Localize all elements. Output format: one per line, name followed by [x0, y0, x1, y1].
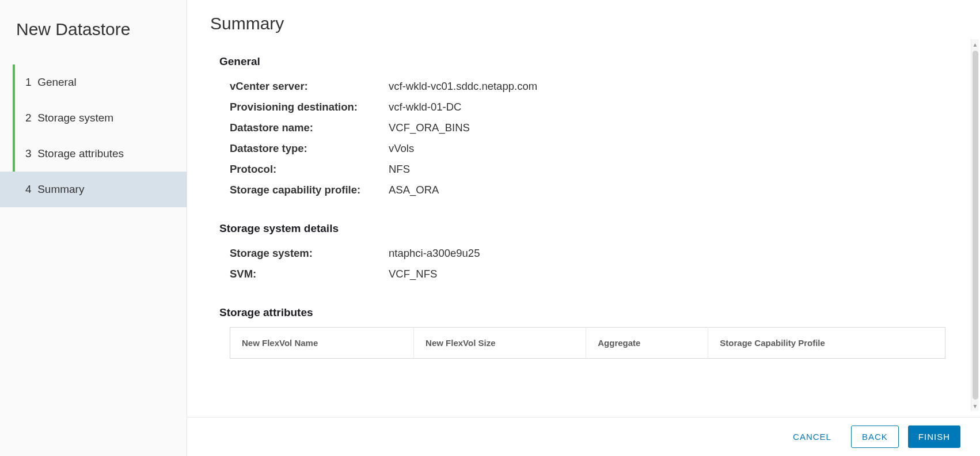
section-storage-attributes: Storage attributes New FlexVol Name New … — [210, 306, 951, 359]
label-dsname: Datastore name: — [210, 121, 389, 134]
row-protocol: Protocol: NFS — [210, 159, 951, 180]
scroll-thumb[interactable] — [973, 51, 978, 400]
value-scp: ASA_ORA — [389, 184, 439, 196]
value-dsname: VCF_ORA_BINS — [389, 121, 470, 134]
step-number: 2 — [25, 112, 32, 124]
section-heading-storage-attributes: Storage attributes — [210, 306, 951, 319]
label-protocol: Protocol: — [210, 163, 389, 176]
wizard-title: New Datastore — [0, 14, 187, 64]
col-flexvol-size[interactable]: New FlexVol Size — [414, 328, 586, 359]
row-svm: SVM: VCF_NFS — [210, 264, 951, 284]
row-vcenter: vCenter server: vcf-wkld-vc01.sddc.netap… — [210, 76, 951, 97]
table-header-row: New FlexVol Name New FlexVol Size Aggreg… — [230, 328, 945, 359]
label-dstype: Datastore type: — [210, 142, 389, 155]
row-storage-system: Storage system: ntaphci-a300e9u25 — [210, 243, 951, 264]
step-label: Summary — [37, 183, 84, 195]
wizard-steps: 1 General 2 Storage system 3 Storage att… — [0, 64, 187, 207]
value-protocol: NFS — [389, 163, 410, 176]
main-content: Summary General vCenter server: vcf-wkld… — [187, 0, 980, 417]
value-dstype: vVols — [389, 142, 414, 155]
row-dstype: Datastore type: vVols — [210, 138, 951, 159]
step-label: Storage system — [37, 112, 113, 124]
step-label: Storage attributes — [37, 147, 124, 159]
storage-attributes-table-wrap: New FlexVol Name New FlexVol Size Aggreg… — [210, 327, 951, 359]
finish-button[interactable]: FINISH — [908, 425, 960, 448]
step-label: General — [37, 76, 77, 88]
row-dsname: Datastore name: VCF_ORA_BINS — [210, 117, 951, 138]
section-storage-system: Storage system details Storage system: n… — [210, 222, 951, 284]
label-scp: Storage capability profile: — [210, 184, 389, 196]
step-number: 1 — [25, 76, 32, 88]
wizard-sidebar: New Datastore 1 General 2 Storage system… — [0, 0, 187, 456]
col-flexvol-name[interactable]: New FlexVol Name — [230, 328, 414, 359]
value-vcenter: vcf-wkld-vc01.sddc.netapp.com — [389, 80, 537, 93]
col-storage-capability-profile[interactable]: Storage Capability Profile — [708, 328, 945, 359]
main-panel: Summary General vCenter server: vcf-wkld… — [187, 0, 980, 456]
value-svm: VCF_NFS — [389, 268, 437, 280]
col-aggregate[interactable]: Aggregate — [586, 328, 708, 359]
step-number: 4 — [25, 183, 32, 195]
step-storage-system[interactable]: 2 Storage system — [0, 100, 187, 136]
storage-attributes-table: New FlexVol Name New FlexVol Size Aggreg… — [230, 327, 945, 359]
step-number: 3 — [25, 147, 32, 159]
step-general[interactable]: 1 General — [0, 64, 187, 100]
row-scp: Storage capability profile: ASA_ORA — [210, 180, 951, 200]
row-provdest: Provisioning destination: vcf-wkld-01-DC — [210, 97, 951, 117]
section-general: General vCenter server: vcf-wkld-vc01.sd… — [210, 55, 951, 200]
step-summary[interactable]: 4 Summary — [0, 172, 187, 207]
value-provdest: vcf-wkld-01-DC — [389, 101, 461, 113]
wizard-footer: CANCEL BACK FINISH — [187, 417, 980, 456]
label-storage-system: Storage system: — [210, 247, 389, 260]
label-vcenter: vCenter server: — [210, 80, 389, 93]
back-button[interactable]: BACK — [851, 425, 899, 448]
section-heading-storage-system: Storage system details — [210, 222, 951, 235]
page-title: Summary — [210, 14, 951, 33]
scroll-up-arrow-icon[interactable]: ▲ — [971, 39, 979, 50]
label-provdest: Provisioning destination: — [210, 101, 389, 113]
scroll-down-arrow-icon[interactable]: ▼ — [971, 401, 979, 411]
value-storage-system: ntaphci-a300e9u25 — [389, 247, 480, 260]
section-heading-general: General — [210, 55, 951, 68]
step-storage-attributes[interactable]: 3 Storage attributes — [0, 136, 187, 172]
vertical-scrollbar[interactable]: ▲ ▼ — [971, 39, 979, 411]
label-svm: SVM: — [210, 268, 389, 280]
cancel-button[interactable]: CANCEL — [783, 425, 842, 448]
